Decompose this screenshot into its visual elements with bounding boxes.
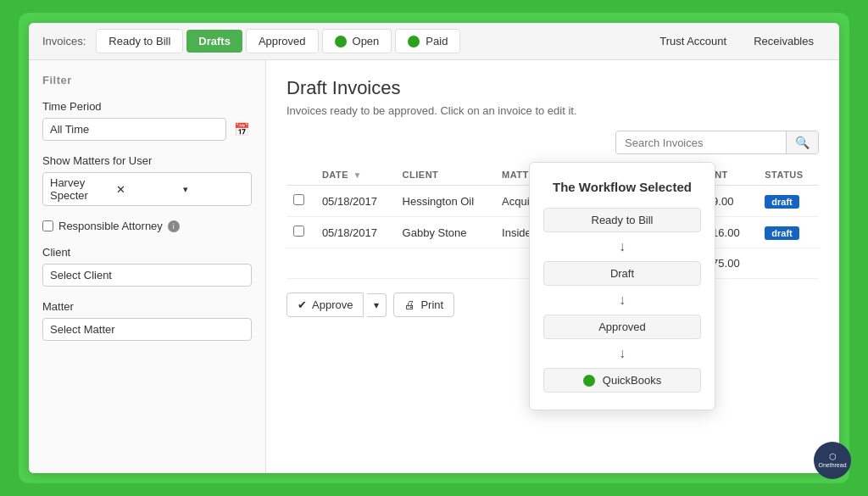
page-subtitle: Invoices ready to be approved. Click on …	[287, 104, 819, 117]
page-title: Draft Invoices	[287, 77, 819, 99]
qb-icon-open	[335, 36, 347, 47]
filter-title: Filter	[42, 74, 252, 86]
tab-receivables[interactable]: Receivables	[742, 30, 826, 53]
printer-icon: 🖨	[404, 298, 415, 311]
clear-user-btn[interactable]: ✕	[116, 183, 177, 196]
matter-label: Matter	[42, 300, 252, 313]
print-button[interactable]: 🖨 Print	[393, 293, 454, 317]
time-period-label: Time Period	[42, 100, 252, 113]
row-client-1: Hessington Oil	[396, 186, 495, 217]
workflow-popup: The Workflow Selected Ready to Bill ↓ Dr…	[529, 162, 715, 410]
status-badge-1: draft	[765, 195, 798, 209]
tab-approved[interactable]: Approved	[246, 29, 319, 53]
workflow-arrow-2: ↓	[619, 293, 626, 308]
search-input[interactable]	[616, 132, 786, 153]
matter-select[interactable]: Select Matter	[42, 318, 252, 341]
row-client-2: Gabby Stone	[396, 217, 495, 248]
chevron-down-icon: ▾	[183, 184, 244, 195]
workflow-step-draft[interactable]: Draft	[543, 261, 701, 286]
status-badge-2: draft	[765, 226, 798, 240]
qb-icon-paid	[408, 36, 420, 47]
approve-dropdown-button[interactable]: ▾	[367, 293, 387, 317]
approve-button[interactable]: ✔ Approve	[287, 293, 364, 317]
tab-trust-account[interactable]: Trust Account	[648, 30, 738, 53]
sort-icon: ▼	[353, 170, 362, 180]
search-box: 🔍	[615, 131, 819, 154]
workflow-step-approved[interactable]: Approved	[543, 315, 701, 339]
sidebar: Filter Time Period All Time This Week Th…	[29, 60, 266, 473]
onethread-badge[interactable]: ⬡ Onethread	[814, 442, 851, 479]
onethread-icon: ⬡	[829, 452, 837, 461]
col-status: STATUS	[758, 164, 819, 186]
client-select[interactable]: Select Client	[42, 264, 252, 287]
show-matters-section: Show Matters for User Harvey Specter ✕ ▾	[42, 154, 252, 206]
top-nav: Invoices: Ready to Bill Drafts Approved …	[29, 23, 839, 60]
col-client: CLIENT	[396, 164, 495, 186]
row-status-2: draft	[758, 217, 819, 248]
workflow-arrow-1: ↓	[619, 239, 626, 254]
show-matters-value: Harvey Specter	[50, 176, 111, 202]
responsible-attorney-checkbox[interactable]	[42, 220, 53, 231]
workflow-title: The Workflow Selected	[553, 180, 692, 194]
onethread-label: Onethread	[818, 462, 846, 469]
workflow-step-quickbooks[interactable]: QuickBooks	[543, 368, 701, 393]
app-container: Invoices: Ready to Bill Drafts Approved …	[29, 23, 839, 473]
time-period-section: Time Period All Time This Week This Mont…	[42, 100, 252, 141]
tab-drafts[interactable]: Drafts	[186, 30, 242, 53]
client-label: Client	[42, 246, 252, 259]
responsible-attorney-label: Responsible Attorney	[58, 220, 163, 232]
row-status-1: draft	[758, 186, 819, 217]
time-period-select[interactable]: All Time This Week This Month This Year …	[42, 118, 226, 141]
qb-icon-workflow	[583, 375, 595, 387]
checkmark-icon: ✔	[298, 298, 307, 311]
outer-frame: Invoices: Ready to Bill Drafts Approved …	[19, 13, 849, 483]
row-date-1: 05/18/2017	[315, 186, 396, 217]
tab-ready-to-bill[interactable]: Ready to Bill	[96, 29, 183, 53]
invoices-label: Invoices:	[42, 35, 86, 47]
time-period-row: All Time This Week This Month This Year …	[42, 118, 252, 141]
content-area: Draft Invoices Invoices ready to be appr…	[266, 60, 839, 473]
info-icon[interactable]: i	[168, 220, 180, 232]
workflow-step-ready-to-bill[interactable]: Ready to Bill	[543, 208, 701, 232]
client-section: Client Select Client	[42, 246, 252, 287]
tab-paid[interactable]: Paid	[395, 29, 460, 53]
workflow-arrow-3: ↓	[619, 346, 626, 361]
content-toolbar: 🔍	[287, 131, 819, 154]
nav-right: Trust Account Receivables	[648, 30, 826, 53]
show-matters-label: Show Matters for User	[42, 154, 252, 167]
tab-open[interactable]: Open	[322, 29, 392, 53]
search-button[interactable]: 🔍	[786, 131, 818, 153]
row-checkbox-2[interactable]	[293, 226, 304, 237]
row-checkbox-1[interactable]	[293, 194, 304, 205]
responsible-attorney-row: Responsible Attorney i	[42, 220, 252, 232]
calendar-icon[interactable]: 📅	[231, 120, 252, 140]
row-date-2: 05/18/2017	[315, 217, 396, 248]
col-check	[287, 164, 315, 186]
main-content: Filter Time Period All Time This Week Th…	[29, 60, 839, 473]
col-date[interactable]: DATE ▼	[315, 164, 396, 186]
show-matters-select[interactable]: Harvey Specter ✕ ▾	[42, 172, 252, 206]
matter-section: Matter Select Matter	[42, 300, 252, 341]
